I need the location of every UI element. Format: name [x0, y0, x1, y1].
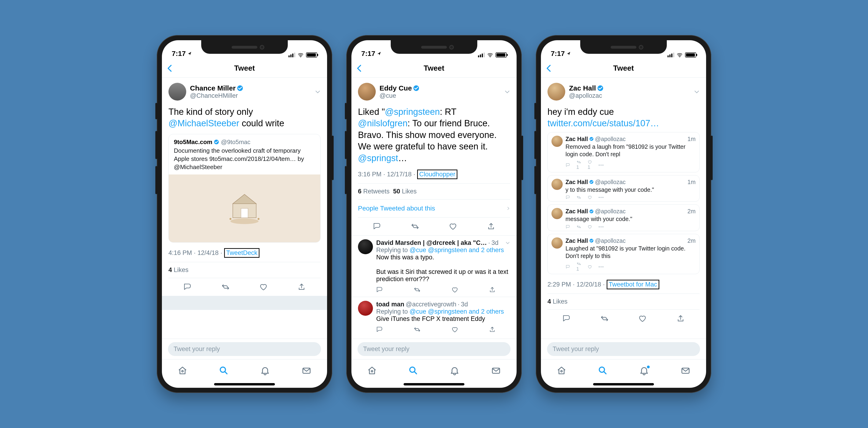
avatar[interactable]: [168, 83, 186, 101]
retweet-count: 1: [576, 160, 581, 170]
tab-home[interactable]: [367, 366, 377, 376]
tweet-author-row[interactable]: Chance Miller @ChanceHMiller: [168, 83, 320, 101]
more-button[interactable]: [598, 226, 604, 228]
retweet-button[interactable]: [414, 287, 421, 293]
quoted-tweet-card[interactable]: 9to5Mac.com @9to5mac Documenting the ove…: [168, 134, 320, 242]
reply-input[interactable]: Tweet your reply: [547, 342, 700, 356]
reply-button[interactable]: [565, 225, 570, 229]
quote-author-handle: @apollozac: [595, 136, 626, 142]
retweet-button[interactable]: [221, 282, 230, 292]
tweet-author-row[interactable]: Zac Hall @apollozac: [548, 83, 700, 101]
tab-search[interactable]: [219, 366, 229, 376]
avatar[interactable]: [548, 83, 565, 101]
back-button[interactable]: [546, 64, 552, 72]
mention-link[interactable]: @springsteen: [428, 308, 467, 315]
tab-notifications[interactable]: [260, 366, 270, 376]
more-button[interactable]: [598, 196, 604, 199]
tweet-author-row[interactable]: Eddy Cue @cue: [358, 83, 510, 101]
retweet-button[interactable]: [410, 222, 420, 231]
tweet-menu-caret[interactable]: [694, 89, 700, 94]
tab-messages[interactable]: [301, 366, 312, 376]
mention-link[interactable]: @springsteen: [385, 107, 440, 117]
avatar[interactable]: [552, 179, 563, 190]
back-button[interactable]: [356, 64, 362, 72]
tab-search[interactable]: [408, 366, 418, 376]
mention-link[interactable]: @MichaelSteeber: [168, 118, 239, 128]
retweet-button[interactable]: [600, 314, 609, 323]
tweet-menu-caret[interactable]: [504, 89, 510, 94]
tweet-source[interactable]: Tweetbot for Mac: [607, 280, 659, 289]
retweet-button[interactable]: [414, 326, 421, 333]
avatar[interactable]: [552, 136, 563, 147]
others-link[interactable]: and 2 others: [469, 308, 504, 315]
like-button[interactable]: [448, 222, 458, 231]
quoted-tweet-card[interactable]: Zac Hall @apollozac2m Laughed at "981092…: [548, 234, 700, 274]
reply-input[interactable]: Tweet your reply: [358, 342, 510, 356]
share-button[interactable]: [676, 314, 685, 323]
mention-link[interactable]: @cue: [410, 308, 426, 315]
quoted-tweet-card[interactable]: Zac Hall @apollozac2m message with your …: [548, 204, 700, 231]
reply-button[interactable]: [565, 265, 570, 269]
reply-button[interactable]: [183, 282, 192, 292]
quoted-tweet-card[interactable]: Zac Hall @apollozac1m y to this message …: [548, 175, 700, 202]
url-link[interactable]: twitter.com/cue/status/107…: [548, 118, 659, 128]
tweet-menu-caret[interactable]: [315, 89, 320, 94]
home-indicator[interactable]: [214, 383, 275, 386]
reply-button[interactable]: [562, 314, 571, 323]
mention-link[interactable]: @nilslofgren: [358, 118, 408, 128]
people-tweeted-about-this[interactable]: People Tweeted about this: [358, 199, 510, 217]
avatar[interactable]: [358, 301, 373, 316]
tab-messages[interactable]: [680, 366, 691, 376]
tab-home[interactable]: [556, 366, 567, 376]
reply-button[interactable]: [376, 326, 383, 333]
tweet-counts[interactable]: 4 Likes: [548, 294, 700, 309]
quoted-tweet-card[interactable]: Zac Hall @apollozac1m Removed a laugh fr…: [548, 132, 700, 172]
share-button[interactable]: [489, 326, 496, 333]
tab-home[interactable]: [177, 366, 188, 376]
author-handle: @ChanceHMiller: [190, 92, 243, 99]
reply-menu-caret[interactable]: [505, 241, 510, 244]
retweet-button[interactable]: [576, 225, 581, 229]
reply-item[interactable]: toad man @accretivegrowth · 3d Replying …: [351, 297, 517, 336]
tab-messages[interactable]: [491, 366, 501, 376]
like-button[interactable]: [587, 225, 592, 229]
avatar[interactable]: [358, 239, 373, 254]
avatar[interactable]: [552, 237, 563, 249]
more-button[interactable]: [598, 164, 604, 166]
phone-device-2: 7:17 Tweet Eddy Cue @cue: [346, 35, 522, 393]
like-button[interactable]: [259, 282, 268, 292]
reply-item[interactable]: David Marsden | @drcreek | aka "C… · 3d …: [351, 235, 517, 297]
like-button[interactable]: [587, 195, 592, 199]
avatar[interactable]: [552, 208, 563, 219]
home-indicator[interactable]: [593, 383, 654, 386]
tab-notifications[interactable]: [639, 366, 649, 376]
reply-button[interactable]: [565, 163, 570, 167]
retweet-button[interactable]: [576, 195, 581, 199]
share-button[interactable]: [487, 222, 496, 231]
mention-link[interactable]: @springst: [358, 153, 398, 163]
reply-button[interactable]: [565, 195, 570, 199]
others-link[interactable]: and 2 others: [469, 246, 504, 254]
tweet-source[interactable]: TweetDeck: [224, 248, 260, 258]
reply-button[interactable]: [372, 222, 381, 231]
tweet-source[interactable]: Cloudhopper: [417, 170, 458, 179]
more-button[interactable]: [598, 266, 604, 268]
tab-notifications[interactable]: [450, 366, 460, 376]
mention-link[interactable]: @cue: [410, 246, 426, 254]
like-button[interactable]: [587, 265, 592, 269]
mention-link[interactable]: @springsteen: [428, 246, 467, 254]
tab-search[interactable]: [598, 366, 608, 376]
like-button[interactable]: [452, 287, 458, 293]
avatar[interactable]: [358, 83, 376, 101]
like-button[interactable]: [638, 314, 647, 323]
back-button[interactable]: [166, 64, 173, 72]
home-indicator[interactable]: [404, 383, 464, 386]
reply-button[interactable]: [376, 287, 383, 293]
share-button[interactable]: [297, 282, 306, 292]
tweet-counts[interactable]: 4 Likes: [168, 262, 320, 278]
tweet-counts[interactable]: 6 Retweets 50 Likes: [358, 184, 510, 199]
like-button[interactable]: [452, 326, 458, 333]
quote-author-handle: @9to5mac: [221, 138, 250, 145]
share-button[interactable]: [489, 287, 496, 293]
reply-input[interactable]: Tweet your reply: [168, 342, 321, 356]
